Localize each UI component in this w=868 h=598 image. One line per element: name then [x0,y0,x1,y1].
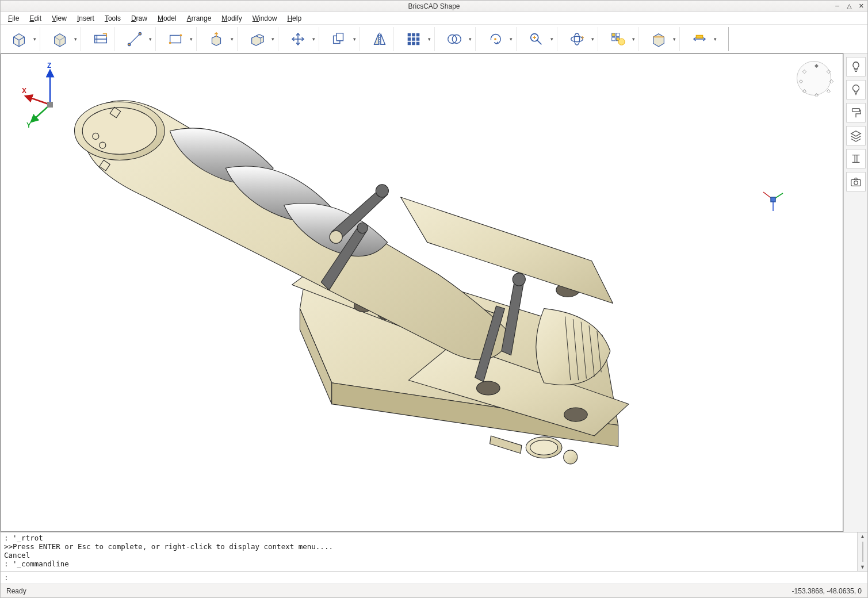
visual-style-tool[interactable] [606,28,629,51]
union-tool[interactable] [443,28,466,51]
balloon-icon [850,83,862,96]
svg-rect-4 [170,35,181,43]
layers-icon [850,129,862,142]
menu-model[interactable]: Model [152,13,182,24]
svg-point-5 [169,41,171,44]
svg-point-73 [854,181,857,185]
svg-rect-14 [412,37,415,41]
svg-point-6 [180,34,182,36]
array-tool[interactable] [402,28,425,51]
rectangle-tool[interactable] [164,28,187,51]
right-tool-strip [843,53,867,532]
menu-draw[interactable]: Draw [126,13,152,24]
svg-rect-12 [416,33,420,36]
orbit-tool[interactable] [565,28,588,51]
title-bar: BricsCAD Shape − △ ✕ [1,1,867,12]
box-tool-dropdown[interactable]: ▾ [32,36,37,42]
extrude-tool[interactable] [246,28,269,51]
dimension-tool[interactable] [688,28,711,51]
paint-roller-icon [850,106,862,119]
menu-modify[interactable]: Modify [216,13,247,24]
svg-point-2 [128,43,130,45]
svg-point-60 [357,223,368,233]
camera-button[interactable] [846,172,866,191]
scroll-up-icon[interactable]: ▲ [858,532,867,540]
svg-rect-13 [408,37,411,41]
command-panel: : '_rtrot >>Press ENTER or Esc to comple… [1,532,867,584]
svg-point-64 [564,450,578,464]
union-tool-dropdown[interactable]: ▾ [467,36,473,42]
rotate-tool[interactable] [484,28,507,51]
rectangle-tool-dropdown[interactable]: ▾ [188,36,194,42]
svg-point-59 [330,231,342,243]
scroll-down-icon[interactable]: ▼ [858,563,867,571]
menu-arrange[interactable]: Arrange [182,13,217,24]
array-tool-dropdown[interactable]: ▾ [426,36,432,42]
svg-point-70 [852,85,859,91]
tips-button[interactable] [846,57,866,76]
copy-tool[interactable] [327,28,350,51]
materials-button[interactable] [846,103,866,122]
pushpull-tool[interactable] [205,28,228,51]
svg-point-55 [82,108,156,154]
zoom-tool-dropdown[interactable]: ▾ [549,36,555,42]
cylinder-tool[interactable] [48,28,71,51]
svg-rect-17 [412,41,415,45]
sky-button[interactable] [846,80,866,99]
mirror-tool[interactable] [368,28,391,51]
svg-rect-28 [612,33,615,36]
menu-window[interactable]: Window [247,13,282,24]
menu-edit[interactable]: Edit [24,13,47,24]
svg-point-26 [571,36,583,41]
command-history: : '_rtrot >>Press ENTER or Esc to comple… [1,532,867,571]
command-prompt: : [4,573,9,582]
menu-tools[interactable]: Tools [100,13,126,24]
svg-rect-34 [696,35,702,38]
line-tool[interactable] [123,28,146,51]
status-left: Ready [6,587,26,595]
section-tool-dropdown[interactable]: ▾ [671,36,677,42]
main-area: Z X Y ◆ ◇ ◇ ◇ ◇ ◇ ◇ ◇ [1,53,867,532]
rotate-tool-dropdown[interactable]: ▾ [508,36,514,42]
cylinder-tool-dropdown[interactable]: ▾ [72,36,78,42]
command-input[interactable] [13,573,864,582]
menu-insert[interactable]: Insert [72,13,100,24]
move-tool-dropdown[interactable]: ▾ [311,36,316,42]
svg-rect-8 [337,33,343,40]
layers-button[interactable] [846,126,866,145]
orbit-tool-dropdown[interactable]: ▾ [590,36,595,42]
minimize-button[interactable]: − [835,2,840,10]
dimension-tool-dropdown[interactable]: ▾ [712,36,718,42]
menu-help[interactable]: Help [282,13,307,24]
ibeam-icon [850,152,862,165]
maximize-button[interactable]: △ [847,2,851,10]
svg-point-52 [564,408,588,421]
svg-point-32 [618,39,625,45]
close-button[interactable]: ✕ [859,2,864,10]
svg-point-3 [139,32,141,34]
copy-tool-dropdown[interactable]: ▾ [351,36,357,42]
svg-rect-29 [616,33,620,36]
box-tool[interactable] [7,28,30,51]
svg-point-27 [574,33,579,45]
line-tool-dropdown[interactable]: ▾ [147,36,153,42]
component-tool[interactable] [89,28,112,51]
menu-file[interactable]: File [3,13,24,24]
viewport-3d[interactable]: Z X Y ◆ ◇ ◇ ◇ ◇ ◇ ◇ ◇ [1,53,843,532]
structure-button[interactable] [846,149,866,168]
menu-view[interactable]: View [47,13,72,24]
command-scrollbar[interactable]: ▲ ▼ [857,532,867,571]
extrude-tool-dropdown[interactable]: ▾ [270,36,276,42]
svg-rect-71 [852,109,859,112]
visual-style-tool-dropdown[interactable]: ▾ [630,36,636,42]
zoom-tool[interactable] [525,28,548,51]
svg-line-1 [129,33,140,44]
scroll-thumb[interactable] [862,542,863,562]
svg-rect-16 [408,41,411,45]
svg-point-58 [376,185,388,197]
pushpull-tool-dropdown[interactable]: ▾ [229,36,235,42]
svg-point-51 [476,381,500,395]
menu-bar: File Edit View Insert Tools Draw Model A… [1,12,867,25]
section-tool[interactable] [647,28,670,51]
move-tool[interactable] [286,28,309,51]
